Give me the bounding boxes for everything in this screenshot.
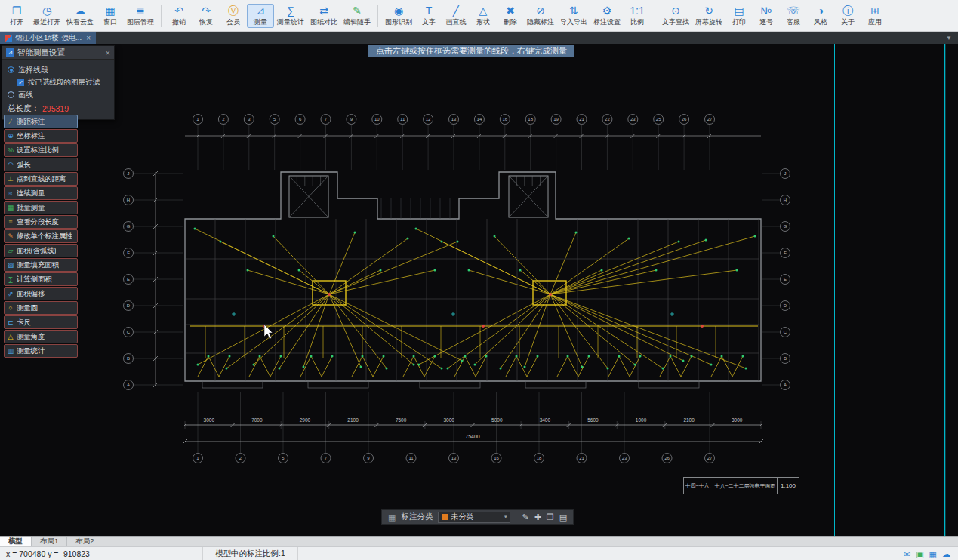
layout-tabbar: 模型布局1布局2	[0, 536, 958, 546]
toolbar-recognize-button[interactable]: ◉图形识别	[382, 4, 415, 28]
toolbar-separator	[377, 5, 378, 27]
tool-item[interactable]: ◠弧长	[4, 158, 78, 171]
toolbar-vip-button[interactable]: Ⓥ会员	[220, 4, 247, 28]
mail-icon[interactable]: ✉	[904, 549, 910, 559]
toolbar-item-label: 编辑随手	[343, 17, 371, 27]
toolbar-undo-button[interactable]: ↶撤销	[165, 4, 193, 28]
paste-icon[interactable]: ▤	[559, 510, 567, 524]
toolbar-scale-button[interactable]: 1:1比例	[624, 4, 651, 28]
radio-on-icon	[8, 66, 14, 73]
tool-item-icon: ⊕	[7, 132, 14, 140]
number-icon: №	[760, 5, 772, 17]
copy-icon[interactable]: ❐	[547, 510, 554, 524]
cloud-icon[interactable]: ☁	[942, 549, 950, 559]
pan-icon[interactable]: ✚	[534, 510, 541, 524]
toolbar-apps-button[interactable]: ⊞应用	[861, 4, 889, 28]
toolbar-hide-annot-button[interactable]: ⊘隐藏标注	[524, 4, 557, 28]
toolbar-open-button[interactable]: ❐打开	[3, 4, 30, 28]
option-label: 选择线段	[18, 65, 48, 75]
radio-off-icon	[8, 91, 14, 98]
svg-text:F: F	[127, 251, 130, 255]
toolbar-separator	[655, 5, 655, 27]
svg-text:18: 18	[528, 117, 533, 122]
toolbar-annot-settings-button[interactable]: ⚙标注设置	[590, 4, 624, 28]
document-tab[interactable]: 锦江小区1#楼-强电... ×	[0, 32, 96, 44]
svg-text:5600: 5600	[587, 417, 599, 423]
tool-item[interactable]: ▦批量测量	[4, 201, 78, 214]
toolbar-text-button[interactable]: T文字	[415, 4, 442, 28]
toolbar-recent-button[interactable]: ◷最近打开	[30, 4, 63, 28]
category-select[interactable]: 未分类 ▾	[438, 512, 510, 523]
tool-item[interactable]: ⊥点到直线的距离	[4, 172, 78, 186]
tool-item[interactable]: △测量角度	[4, 330, 78, 343]
svg-text:21: 21	[579, 456, 584, 460]
toolbar-item-label: 屏幕旋转	[695, 17, 722, 27]
toolbar-number-button[interactable]: №逐号	[753, 4, 780, 28]
option-select-segment[interactable]: 选择线段	[8, 63, 109, 76]
panel-titlebar[interactable]: ⊿ 智能测量设置 ×	[2, 46, 114, 60]
toolbar-separator	[516, 512, 516, 522]
category-grid-icon[interactable]: ▦	[388, 512, 396, 522]
toolbar-rotate-screen-button[interactable]: ↻屏幕旋转	[692, 4, 725, 28]
toolbar-delete-button[interactable]: ✖删除	[497, 4, 524, 28]
layout-tab-模型[interactable]: 模型	[0, 537, 32, 546]
tool-item[interactable]: ∕测距标注	[4, 115, 78, 128]
option-draw-line[interactable]: 画线	[8, 88, 109, 101]
toolbar-import-export-button[interactable]: ⇅导入导出	[557, 4, 590, 28]
monitor-icon[interactable]: ▦	[929, 549, 937, 559]
svg-text:B: B	[784, 356, 787, 361]
tool-item[interactable]: ▨测量填充面积	[4, 258, 78, 272]
edit-icon[interactable]: ✎	[522, 510, 528, 524]
toolbar-print-button[interactable]: ▤打印	[725, 4, 753, 28]
toolbar-item-label: 逐号	[759, 17, 773, 27]
toolbar-measure-button[interactable]: ⊿测量	[247, 4, 274, 28]
svg-text:21: 21	[579, 117, 584, 122]
find-text-icon: ⊙	[671, 5, 680, 17]
hide-annot-icon: ⊘	[536, 5, 545, 17]
toolbar-item-label: 图形识别	[385, 17, 412, 27]
tool-item[interactable]: ⊏卡尺	[4, 315, 78, 329]
toolbar-redo-button[interactable]: ↷恢复	[193, 4, 220, 28]
toolbar-service-button[interactable]: ☏客服	[780, 4, 807, 28]
toolbar-item-label: 打印	[732, 17, 746, 27]
toolbar-layers-button[interactable]: ≣图层管理	[124, 4, 157, 28]
svg-text:D: D	[784, 303, 787, 308]
toolbar-find-text-button[interactable]: ⊙文字查找	[659, 4, 692, 28]
svg-text:7500: 7500	[396, 417, 407, 423]
capture-icon[interactable]: ▣	[916, 549, 923, 559]
tool-item[interactable]: ∑计算侧面积	[4, 272, 78, 286]
toolbar-window-button[interactable]: ▦窗口	[97, 4, 124, 28]
tool-item[interactable]: ⊕坐标标注	[4, 129, 78, 143]
toolbar-collapse-arrow[interactable]: ▼	[940, 32, 958, 44]
toolbar-shape-button[interactable]: △形状	[470, 4, 497, 28]
svg-text:16: 16	[502, 117, 507, 122]
layout-tab-布局1[interactable]: 布局1	[32, 537, 67, 546]
svg-text:25: 25	[656, 117, 661, 122]
drawing-title-block: 十四~十六、十八~二十二层强电平面图 1:100	[683, 477, 799, 494]
tool-item[interactable]: ▱面积(含弧线)	[4, 244, 78, 257]
tool-item[interactable]: ▥测量统计	[4, 344, 78, 358]
panel-close-icon[interactable]: ×	[106, 48, 110, 57]
toolbar-item-label: 画直线	[446, 17, 467, 27]
svg-text:26: 26	[682, 117, 687, 122]
toolbar-line-button[interactable]: ╱画直线	[442, 4, 470, 28]
svg-text:E: E	[784, 277, 787, 282]
tool-item[interactable]: ≈连续测量	[4, 186, 78, 200]
layout-tab-布局2[interactable]: 布局2	[67, 537, 103, 546]
tool-item-icon: △	[7, 333, 14, 340]
tool-item[interactable]: %设置标注比例	[4, 143, 78, 157]
toolbar-about-button[interactable]: ⓘ关于	[834, 4, 861, 28]
document-tab-close-icon[interactable]: ×	[86, 34, 91, 42]
drawing-canvas[interactable]: 1235679101112131416181921222325262712579…	[0, 44, 958, 536]
toolbar-measure-stats-button[interactable]: ∑测量统计	[274, 4, 307, 28]
option-layer-filter[interactable]: ✓ 按已选线段的图层过滤	[8, 76, 109, 88]
toolbar-style-button[interactable]: ◑风格	[807, 4, 834, 28]
tool-item[interactable]: ≡查看分段长度	[4, 215, 78, 229]
tool-item[interactable]: ○测量圆	[4, 301, 78, 315]
tool-item[interactable]: ✎修改单个标注属性	[4, 229, 78, 243]
tool-item[interactable]: ⇗面积偏移	[4, 287, 78, 300]
toolbar-cloud-button[interactable]: ☁快看云盘	[63, 4, 97, 28]
toolbar-sketch-button[interactable]: ✎编辑随手	[340, 4, 374, 28]
toolbar-compare-button[interactable]: ⇄图纸对比	[307, 4, 340, 28]
svg-text:19: 19	[553, 117, 559, 122]
